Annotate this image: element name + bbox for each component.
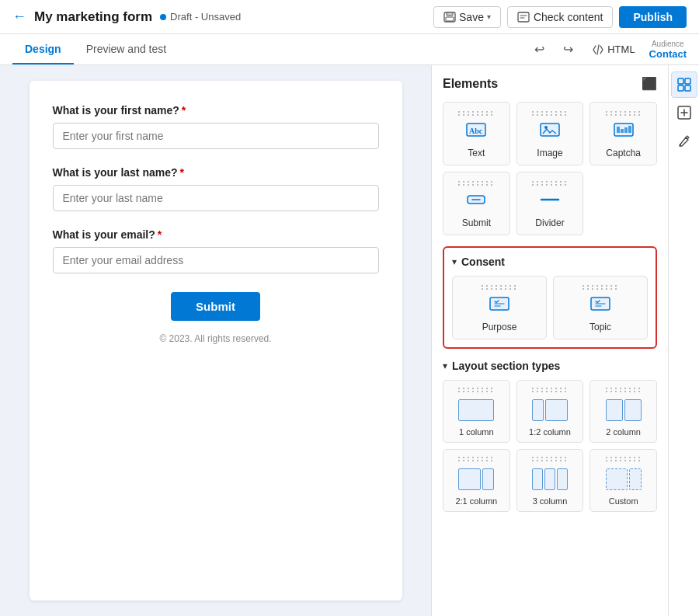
- divider-element-icon: [539, 191, 561, 213]
- text-element-icon: Abc: [465, 121, 487, 143]
- tabsbar-right: ↩ ↪ HTML Audience Contact: [530, 40, 687, 60]
- dots-text: [457, 110, 496, 117]
- layout-custom-label: Custom: [609, 496, 638, 506]
- layout-header: ▾ Layout section types: [443, 360, 657, 372]
- layout-21col-label: 2:1 column: [455, 496, 497, 506]
- layout-3col-icon: [530, 467, 570, 492]
- consent-section: ▾ Consent Purpose T: [443, 246, 657, 349]
- topic-element-label: Topic: [589, 322, 611, 332]
- svg-rect-11: [624, 127, 628, 133]
- save-icon: [443, 12, 456, 23]
- consent-chevron-icon[interactable]: ▾: [452, 256, 457, 267]
- dots-submit: [457, 180, 496, 186]
- dots-purpose: [480, 284, 519, 291]
- tabsbar: Design Preview and test ↩ ↪ HTML Audienc…: [0, 34, 699, 65]
- field-email-input[interactable]: [53, 247, 379, 273]
- back-button[interactable]: ←: [12, 9, 26, 25]
- dots-1col: [457, 387, 496, 393]
- side-style-button[interactable]: [671, 127, 697, 154]
- redo-button[interactable]: ↪: [558, 40, 578, 59]
- panel-expand-icon[interactable]: ⬛: [642, 76, 657, 91]
- topic-element-icon: [589, 295, 611, 317]
- check-content-icon: [517, 11, 530, 23]
- submit-element-icon: [465, 191, 487, 213]
- svg-rect-12: [628, 126, 631, 133]
- side-add-button[interactable]: [671, 99, 697, 126]
- dots-image: [530, 110, 569, 117]
- style-icon: [676, 133, 692, 148]
- side-icons-panel: [668, 65, 699, 616]
- svg-point-7: [544, 126, 548, 129]
- element-topic[interactable]: Topic: [553, 276, 648, 339]
- html-button[interactable]: HTML: [587, 41, 639, 57]
- submit-element-label: Submit: [462, 218, 491, 228]
- check-content-label: Check content: [534, 11, 603, 23]
- main-layout: What is your first name?* What is your l…: [0, 65, 699, 616]
- audience-badge[interactable]: Audience Contact: [649, 40, 687, 60]
- undo-button[interactable]: ↩: [530, 40, 549, 59]
- svg-text:Abc: Abc: [469, 127, 483, 135]
- dots-divider: [530, 180, 569, 186]
- svg-rect-18: [685, 78, 690, 84]
- svg-rect-3: [518, 12, 529, 22]
- required-star-3: *: [158, 228, 162, 241]
- required-star-1: *: [182, 104, 186, 117]
- submit-button[interactable]: Submit: [171, 292, 260, 321]
- field-email: What is your email?*: [53, 228, 379, 273]
- image-element-icon: [539, 121, 561, 143]
- save-button[interactable]: Save ▾: [433, 6, 501, 28]
- captcha-element-label: Captcha: [606, 148, 641, 158]
- element-image[interactable]: Image: [516, 102, 584, 165]
- tab-preview[interactable]: Preview and test: [74, 35, 179, 64]
- form-title: My marketing form: [34, 9, 152, 25]
- layout-custom[interactable]: Custom: [589, 449, 657, 512]
- element-text[interactable]: Abc Text: [443, 102, 510, 165]
- svg-rect-17: [678, 78, 683, 84]
- tabs: Design Preview and test: [12, 35, 179, 64]
- layout-2col-label: 2 column: [606, 427, 641, 437]
- layout-12col-label: 1:2 column: [529, 427, 571, 437]
- layout-12col-icon: [530, 398, 570, 423]
- form-footer: © 2023. All rights reserved.: [53, 333, 379, 344]
- topbar-left: ← My marketing form Draft - Unsaved: [12, 9, 433, 25]
- required-star-2: *: [180, 166, 184, 179]
- dots-3col: [530, 456, 569, 462]
- publish-button[interactable]: Publish: [619, 6, 687, 28]
- layout-12col[interactable]: 1:2 column: [516, 380, 584, 443]
- elements-grid: Abc Text Image: [443, 102, 657, 235]
- dots-2col: [604, 387, 643, 393]
- element-purpose[interactable]: Purpose: [452, 276, 547, 339]
- topbar: ← My marketing form Draft - Unsaved Save…: [0, 0, 699, 34]
- layout-section: ▾ Layout section types 1 column 1:2 colu…: [443, 360, 657, 512]
- form-canvas: What is your first name?* What is your l…: [0, 65, 431, 616]
- svg-rect-9: [617, 127, 620, 133]
- draft-label: Draft - Unsaved: [170, 11, 241, 23]
- tab-design[interactable]: Design: [12, 35, 74, 64]
- consent-title: Consent: [461, 256, 505, 268]
- layout-grid: 1 column 1:2 column 2 column: [443, 380, 657, 512]
- field-firstname-input[interactable]: [53, 123, 379, 149]
- field-lastname-input[interactable]: [53, 185, 379, 211]
- element-captcha[interactable]: Captcha: [589, 102, 657, 165]
- element-divider[interactable]: Divider: [516, 172, 584, 235]
- panel-header: Elements ⬛: [443, 76, 657, 91]
- html-icon: [592, 44, 604, 55]
- side-elements-button[interactable]: [671, 71, 697, 98]
- layout-21col[interactable]: 2:1 column: [443, 449, 510, 512]
- dots-captcha: [604, 110, 643, 117]
- element-submit[interactable]: Submit: [443, 172, 510, 235]
- draft-badge: Draft - Unsaved: [160, 11, 241, 23]
- svg-point-24: [680, 144, 681, 145]
- layout-custom-icon: [603, 467, 644, 492]
- layout-1col[interactable]: 1 column: [443, 380, 510, 443]
- save-caret-icon: ▾: [487, 12, 491, 21]
- layout-chevron-icon[interactable]: ▾: [443, 360, 447, 371]
- check-content-button[interactable]: Check content: [507, 6, 614, 28]
- dots-custom: [604, 456, 643, 462]
- layout-2col[interactable]: 2 column: [589, 380, 657, 443]
- panel-title: Elements: [443, 77, 498, 91]
- layout-3col[interactable]: 3 column: [516, 449, 584, 512]
- dots-21col: [457, 456, 496, 462]
- svg-rect-20: [685, 85, 690, 91]
- dots-topic: [581, 284, 620, 291]
